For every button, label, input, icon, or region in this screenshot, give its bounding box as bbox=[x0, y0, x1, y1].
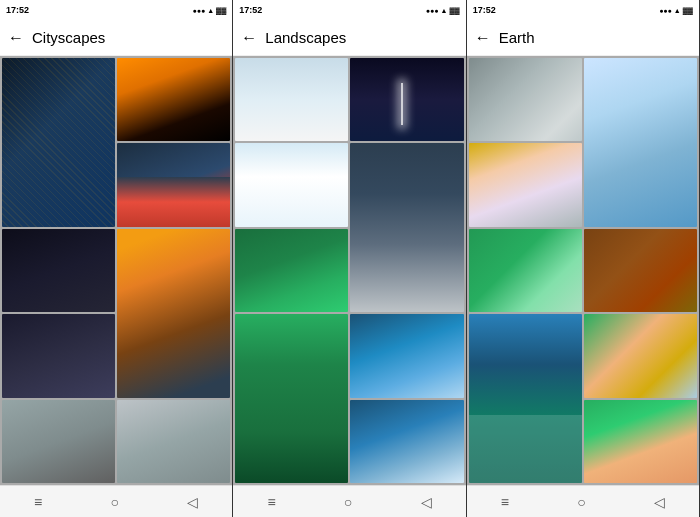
panel-earth: 17:52 ●●● ▲ ▓▓ ← Earth ≡ ○ ◁ bbox=[467, 0, 700, 517]
photo-l3[interactable] bbox=[235, 143, 348, 226]
back-icon-l[interactable]: ◁ bbox=[421, 494, 432, 510]
battery-icon-l: ▓▓ bbox=[449, 7, 459, 14]
photo-c4[interactable] bbox=[2, 229, 115, 312]
nav-bar-earth: ≡ ○ ◁ bbox=[467, 485, 699, 517]
photo-e2[interactable] bbox=[584, 58, 697, 227]
status-time-cityscapes: 17:52 bbox=[6, 5, 29, 15]
back-button-cityscapes[interactable]: ← bbox=[8, 30, 24, 46]
photo-c5[interactable] bbox=[117, 229, 230, 398]
wifi-icon-e: ▲ bbox=[674, 7, 681, 14]
status-time-earth: 17:52 bbox=[473, 5, 496, 15]
menu-icon-e[interactable]: ≡ bbox=[501, 494, 509, 510]
title-cityscapes: Cityscapes bbox=[32, 29, 105, 46]
nav-bar-landscapes: ≡ ○ ◁ bbox=[233, 485, 465, 517]
photo-c8[interactable] bbox=[117, 400, 230, 483]
nav-bar-cityscapes: ≡ ○ ◁ bbox=[0, 485, 232, 517]
signal-icon: ●●● bbox=[192, 7, 205, 14]
photo-l6[interactable] bbox=[235, 314, 348, 483]
photo-l4[interactable] bbox=[350, 143, 463, 312]
battery-icon: ▓▓ bbox=[216, 7, 226, 14]
photo-c1[interactable] bbox=[2, 58, 115, 227]
home-icon-l[interactable]: ○ bbox=[344, 494, 352, 510]
photo-e8[interactable] bbox=[584, 400, 697, 483]
photo-c3[interactable] bbox=[117, 143, 230, 226]
wifi-icon: ▲ bbox=[207, 7, 214, 14]
back-button-landscapes[interactable]: ← bbox=[241, 30, 257, 46]
photo-e3[interactable] bbox=[469, 143, 582, 226]
header-earth: ← Earth bbox=[467, 20, 699, 56]
photo-c7[interactable] bbox=[2, 400, 115, 483]
back-icon-e[interactable]: ◁ bbox=[654, 494, 665, 510]
signal-icon-l: ●●● bbox=[426, 7, 439, 14]
photo-l7[interactable] bbox=[350, 314, 463, 397]
photo-e7[interactable] bbox=[584, 314, 697, 397]
status-icons-earth: ●●● ▲ ▓▓ bbox=[659, 7, 693, 14]
header-landscapes: ← Landscapes bbox=[233, 20, 465, 56]
photo-l1[interactable] bbox=[235, 58, 348, 141]
status-bar-landscapes: 17:52 ●●● ▲ ▓▓ bbox=[233, 0, 465, 20]
status-bar-earth: 17:52 ●●● ▲ ▓▓ bbox=[467, 0, 699, 20]
status-time-landscapes: 17:52 bbox=[239, 5, 262, 15]
title-earth: Earth bbox=[499, 29, 535, 46]
panel-cityscapes: 17:52 ●●● ▲ ▓▓ ← Cityscapes ≡ ○ ◁ bbox=[0, 0, 233, 517]
status-icons-cityscapes: ●●● ▲ ▓▓ bbox=[192, 7, 226, 14]
title-landscapes: Landscapes bbox=[265, 29, 346, 46]
photo-e4[interactable] bbox=[469, 229, 582, 312]
home-icon-c[interactable]: ○ bbox=[111, 494, 119, 510]
battery-icon-e: ▓▓ bbox=[683, 7, 693, 14]
home-icon-e[interactable]: ○ bbox=[577, 494, 585, 510]
signal-icon-e: ●●● bbox=[659, 7, 672, 14]
back-button-earth[interactable]: ← bbox=[475, 30, 491, 46]
menu-icon-l[interactable]: ≡ bbox=[267, 494, 275, 510]
photo-l8[interactable] bbox=[350, 400, 463, 483]
menu-icon-c[interactable]: ≡ bbox=[34, 494, 42, 510]
photo-l2[interactable] bbox=[350, 58, 463, 141]
photo-c2[interactable] bbox=[117, 58, 230, 141]
status-bar-cityscapes: 17:52 ●●● ▲ ▓▓ bbox=[0, 0, 232, 20]
back-icon-c[interactable]: ◁ bbox=[187, 494, 198, 510]
panel-landscapes: 17:52 ●●● ▲ ▓▓ ← Landscapes ≡ ○ ◁ bbox=[233, 0, 466, 517]
status-icons-landscapes: ●●● ▲ ▓▓ bbox=[426, 7, 460, 14]
photo-c6[interactable] bbox=[2, 314, 115, 397]
header-cityscapes: ← Cityscapes bbox=[0, 20, 232, 56]
wifi-icon-l: ▲ bbox=[441, 7, 448, 14]
photo-l5[interactable] bbox=[235, 229, 348, 312]
photo-e6[interactable] bbox=[469, 314, 582, 483]
photo-e1[interactable] bbox=[469, 58, 582, 141]
photo-e5[interactable] bbox=[584, 229, 697, 312]
